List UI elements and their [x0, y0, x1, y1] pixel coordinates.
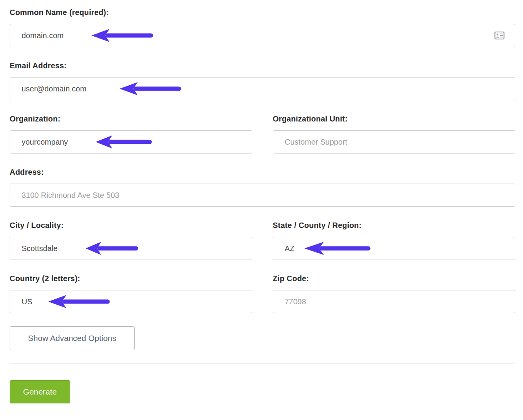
row-organization: Organization: Organizational Unit:	[10, 115, 515, 153]
csr-form: Common Name (required): Email Address: O…	[10, 8, 515, 403]
row-city-state: City / Locality: State / County / Region…	[10, 221, 515, 260]
field-common-name: Common Name (required):	[10, 8, 515, 47]
email-input[interactable]	[10, 77, 515, 100]
country-label: Country (2 letters):	[10, 274, 252, 283]
organizational-unit-label: Organizational Unit:	[273, 115, 515, 123]
field-email: Email Address:	[10, 61, 515, 100]
email-label: Email Address:	[10, 61, 515, 70]
organization-label: Organization:	[10, 115, 252, 123]
row-country-zip: Country (2 letters): Zip Code:	[10, 274, 515, 313]
zip-input[interactable]	[273, 290, 515, 313]
divider	[10, 363, 515, 364]
field-city: City / Locality:	[10, 221, 252, 260]
common-name-input-wrap	[10, 24, 515, 47]
common-name-label: Common Name (required):	[10, 8, 515, 17]
generate-button[interactable]: Generate	[10, 380, 70, 403]
email-input-wrap	[10, 77, 515, 100]
zip-label: Zip Code:	[273, 274, 515, 283]
city-label: City / Locality:	[10, 221, 252, 229]
common-name-input[interactable]	[10, 24, 515, 47]
field-state: State / County / Region:	[273, 221, 515, 260]
state-input[interactable]	[273, 237, 515, 260]
organization-input[interactable]	[10, 130, 252, 153]
field-zip: Zip Code:	[273, 274, 515, 313]
organizational-unit-input[interactable]	[273, 130, 515, 153]
address-label: Address:	[10, 168, 515, 176]
contact-card-icon[interactable]	[494, 32, 504, 40]
field-organization: Organization:	[10, 115, 252, 153]
field-country: Country (2 letters):	[10, 274, 252, 313]
show-advanced-options-button[interactable]: Show Advanced Options	[10, 326, 135, 350]
country-input[interactable]	[10, 290, 252, 313]
city-input[interactable]	[10, 237, 252, 260]
address-input[interactable]	[10, 184, 515, 207]
field-organizational-unit: Organizational Unit:	[273, 115, 515, 153]
state-label: State / County / Region:	[273, 221, 515, 229]
field-address: Address:	[10, 168, 515, 207]
